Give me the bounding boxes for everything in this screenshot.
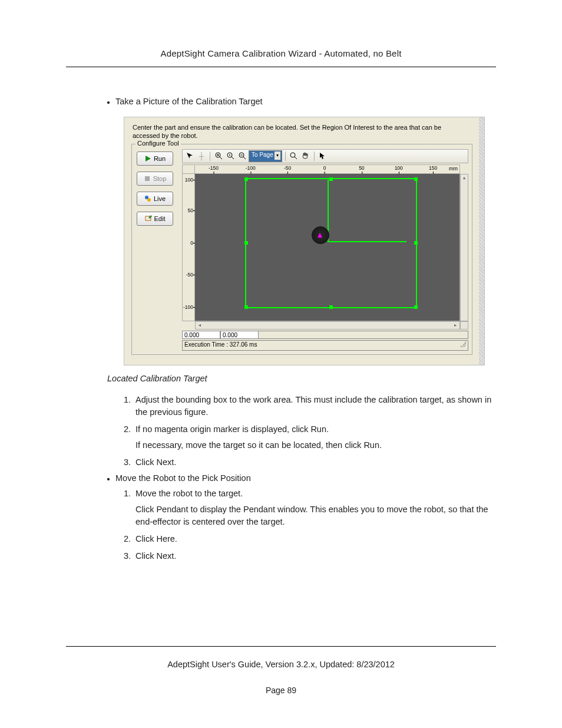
ruler-y-tick: -100 bbox=[183, 304, 193, 310]
zoom-in-icon[interactable] bbox=[213, 151, 224, 162]
resize-grip-icon[interactable] bbox=[460, 341, 466, 347]
page-header-title: AdeptSight Camera Calibration Wizard - A… bbox=[66, 48, 496, 58]
step-item: Move the robot to the target. Click Pend… bbox=[133, 487, 496, 528]
steps-list-b: Move the robot to the target. Click Pend… bbox=[121, 487, 496, 562]
viewer-horizontal-scrollbar[interactable] bbox=[195, 321, 460, 330]
status-coord-y: 0.000 bbox=[220, 331, 259, 339]
edit-button-label: Edit bbox=[154, 215, 166, 222]
pan-hand-icon[interactable] bbox=[300, 151, 311, 162]
step-subnote: Click Pendant to display the Pendant win… bbox=[135, 503, 496, 528]
zoom-mode-dropdown[interactable]: To Page bbox=[249, 150, 282, 162]
page-number: Page 89 bbox=[66, 686, 496, 695]
zoom-fit-icon[interactable] bbox=[225, 151, 236, 162]
step-text: Click Next. bbox=[135, 457, 176, 467]
svg-line-16 bbox=[295, 157, 297, 159]
calibration-wizard-panel: Center the part and ensure the calibrati… bbox=[124, 117, 485, 365]
roi-handle[interactable] bbox=[414, 177, 418, 181]
toolbar-separator bbox=[285, 151, 286, 161]
header-rule bbox=[66, 67, 496, 67]
svg-point-15 bbox=[290, 153, 295, 157]
live-button-label: Live bbox=[154, 195, 166, 202]
roi-handle[interactable] bbox=[329, 305, 333, 309]
roi-handle[interactable] bbox=[244, 177, 248, 181]
execution-time-label: Execution Time : 327.06 ms bbox=[184, 341, 257, 350]
live-button[interactable]: Live bbox=[137, 192, 173, 206]
step-text: Click Next. bbox=[135, 551, 176, 561]
image-viewer: ┼ To Page bbox=[182, 149, 468, 351]
roi-handle[interactable] bbox=[414, 305, 418, 309]
roi-handle[interactable] bbox=[329, 177, 333, 181]
status-filler bbox=[259, 331, 468, 339]
step-text: If no magenta origin marker is displayed… bbox=[135, 424, 329, 434]
stop-button[interactable]: Stop bbox=[137, 172, 173, 186]
section-heading-b: Move the Robot to the Pick Position bbox=[107, 473, 496, 483]
section-heading-a: Take a Picture of the Calibration Target bbox=[107, 97, 496, 106]
live-icon bbox=[144, 195, 151, 202]
zoom-out-icon[interactable] bbox=[237, 151, 247, 162]
footer-rule bbox=[66, 646, 496, 647]
step-subnote: If necessary, move the target so it can … bbox=[135, 439, 496, 452]
svg-rect-1 bbox=[145, 176, 150, 181]
ruler-x-tick: 100 bbox=[395, 165, 403, 171]
ruler-x-tick: -100 bbox=[246, 165, 256, 171]
panel-scrollbar[interactable] bbox=[479, 117, 484, 365]
figure-caption: Located Calibration Target bbox=[107, 374, 496, 383]
section-b-title: Move the Robot to the Pick Position bbox=[115, 473, 251, 483]
svg-line-10 bbox=[232, 157, 234, 159]
edit-button[interactable]: Edit bbox=[137, 212, 173, 226]
scrollbar-corner bbox=[460, 321, 468, 330]
svg-point-11 bbox=[229, 154, 230, 156]
step-item: Click Here. bbox=[133, 533, 496, 545]
camera-view-canvas[interactable] bbox=[195, 174, 460, 321]
steps-list-a: Adjust the bounding box to the work area… bbox=[121, 394, 496, 469]
ruler-y-tick: -50 bbox=[186, 272, 193, 278]
roi-handle[interactable] bbox=[414, 241, 418, 245]
stop-icon bbox=[144, 175, 151, 182]
origin-marker-icon bbox=[317, 232, 323, 238]
step-item: Click Next. bbox=[133, 550, 496, 562]
step-text: Move the robot to the target. bbox=[135, 489, 243, 498]
step-item: Click Next. bbox=[133, 456, 496, 469]
roi-bounding-box[interactable] bbox=[245, 178, 416, 308]
ruler-unit: mm bbox=[449, 166, 458, 172]
svg-marker-0 bbox=[146, 156, 151, 162]
toolbar-separator bbox=[314, 151, 315, 161]
svg-point-3 bbox=[147, 198, 151, 202]
ruler-x-tick: -50 bbox=[284, 165, 291, 171]
ruler-corner bbox=[182, 164, 195, 174]
toolbar-separator bbox=[210, 151, 210, 161]
groupbox-label: Configure Tool bbox=[135, 140, 181, 147]
svg-line-13 bbox=[243, 157, 246, 159]
step-text: Click Here. bbox=[135, 534, 177, 543]
svg-line-6 bbox=[220, 157, 222, 159]
edit-icon bbox=[145, 215, 152, 222]
ruler-horizontal: -150 -100 -50 0 50 100 150 mm bbox=[195, 164, 460, 174]
ruler-y-tick: 50 bbox=[188, 207, 193, 213]
stop-button-label: Stop bbox=[153, 175, 167, 182]
ruler-x-tick: 50 bbox=[359, 165, 364, 171]
ruler-x-tick: 0 bbox=[323, 165, 326, 171]
section-a-title: Take a Picture of the Calibration Target bbox=[115, 97, 263, 106]
ruler-y-tick: 0 bbox=[190, 240, 193, 246]
ruler-x-tick: -150 bbox=[209, 165, 219, 171]
roi-handle[interactable] bbox=[244, 241, 248, 245]
bullet-icon bbox=[107, 478, 110, 480]
crosshair-icon[interactable]: ┼ bbox=[196, 151, 207, 162]
viewer-vertical-scrollbar[interactable] bbox=[460, 174, 468, 321]
run-button[interactable]: Run bbox=[137, 151, 173, 166]
bullet-icon bbox=[107, 101, 110, 104]
ruler-y-tick: 100 bbox=[185, 177, 193, 183]
status-coord-x: 0.000 bbox=[182, 331, 220, 339]
step-item: If no magenta origin marker is displayed… bbox=[133, 423, 496, 452]
step-item: Adjust the bounding box to the work area… bbox=[133, 394, 496, 419]
roi-axis-x bbox=[328, 241, 407, 242]
roi-handle[interactable] bbox=[244, 305, 248, 309]
cursor-icon[interactable] bbox=[318, 151, 328, 162]
viewer-toolbar: ┼ To Page bbox=[182, 149, 468, 163]
run-button-label: Run bbox=[154, 155, 166, 162]
footer-text: AdeptSight User's Guide, Version 3.2.x, … bbox=[66, 660, 496, 669]
status-bar: Execution Time : 327.06 ms bbox=[182, 340, 468, 351]
step-text: Adjust the bounding box to the work area… bbox=[135, 395, 491, 417]
zoom-region-icon[interactable] bbox=[289, 151, 299, 162]
pointer-select-icon[interactable] bbox=[184, 151, 195, 162]
